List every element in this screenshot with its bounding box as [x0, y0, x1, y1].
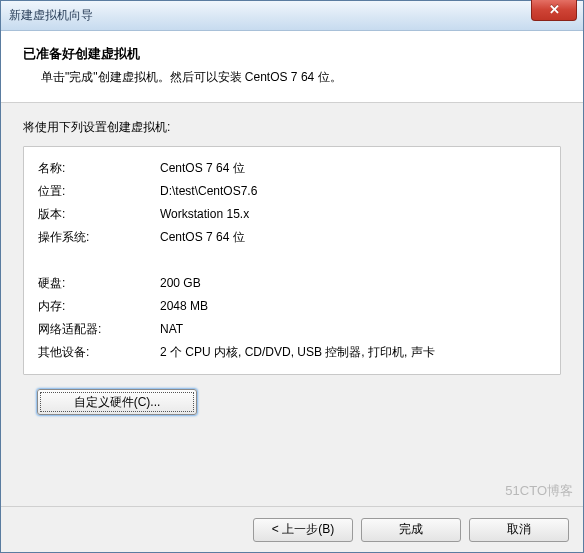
close-icon: ✕	[549, 2, 560, 17]
label-location: 位置:	[38, 180, 160, 203]
body-panel: 将使用下列设置创建虚拟机: 名称: CentOS 7 64 位 位置: D:\t…	[1, 103, 583, 506]
summary-row-version: 版本: Workstation 15.x	[38, 203, 546, 226]
customize-row: 自定义硬件(C)...	[23, 389, 561, 415]
window-title: 新建虚拟机向导	[9, 7, 93, 24]
value-name: CentOS 7 64 位	[160, 157, 546, 180]
label-disk: 硬盘:	[38, 272, 160, 295]
label-memory: 内存:	[38, 295, 160, 318]
summary-row-os: 操作系统: CentOS 7 64 位	[38, 226, 546, 249]
label-os: 操作系统:	[38, 226, 160, 249]
value-os: CentOS 7 64 位	[160, 226, 546, 249]
label-name: 名称:	[38, 157, 160, 180]
value-version: Workstation 15.x	[160, 203, 546, 226]
button-bar: < 上一步(B) 完成 取消	[1, 506, 583, 552]
value-disk: 200 GB	[160, 272, 546, 295]
page-subtitle: 单击"完成"创建虚拟机。然后可以安装 CentOS 7 64 位。	[23, 69, 561, 86]
label-other: 其他设备:	[38, 341, 160, 364]
summary-row-other: 其他设备: 2 个 CPU 内核, CD/DVD, USB 控制器, 打印机, …	[38, 341, 546, 364]
value-other: 2 个 CPU 内核, CD/DVD, USB 控制器, 打印机, 声卡	[160, 341, 546, 364]
wizard-window: 新建虚拟机向导 ✕ 已准备好创建虚拟机 单击"完成"创建虚拟机。然后可以安装 C…	[0, 0, 584, 553]
value-memory: 2048 MB	[160, 295, 546, 318]
cancel-button[interactable]: 取消	[469, 518, 569, 542]
summary-row-location: 位置: D:\test\CentOS7.6	[38, 180, 546, 203]
summary-row-network: 网络适配器: NAT	[38, 318, 546, 341]
label-network: 网络适配器:	[38, 318, 160, 341]
close-button[interactable]: ✕	[531, 0, 577, 21]
summary-row-disk: 硬盘: 200 GB	[38, 272, 546, 295]
back-button[interactable]: < 上一步(B)	[253, 518, 353, 542]
summary-row-memory: 内存: 2048 MB	[38, 295, 546, 318]
intro-text: 将使用下列设置创建虚拟机:	[23, 119, 561, 136]
summary-gap	[38, 249, 546, 272]
summary-box: 名称: CentOS 7 64 位 位置: D:\test\CentOS7.6 …	[23, 146, 561, 375]
label-version: 版本:	[38, 203, 160, 226]
page-title: 已准备好创建虚拟机	[23, 45, 561, 63]
summary-row-name: 名称: CentOS 7 64 位	[38, 157, 546, 180]
value-network: NAT	[160, 318, 546, 341]
header-panel: 已准备好创建虚拟机 单击"完成"创建虚拟机。然后可以安装 CentOS 7 64…	[1, 31, 583, 103]
customize-hardware-button[interactable]: 自定义硬件(C)...	[37, 389, 197, 415]
value-location: D:\test\CentOS7.6	[160, 180, 546, 203]
titlebar: 新建虚拟机向导 ✕	[1, 1, 583, 31]
finish-button[interactable]: 完成	[361, 518, 461, 542]
